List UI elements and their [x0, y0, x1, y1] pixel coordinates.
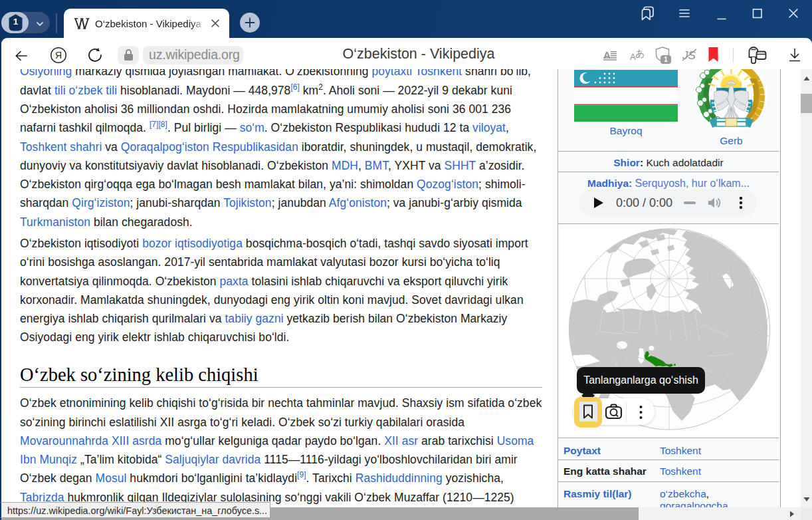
svg-text:A: A — [603, 49, 611, 61]
svg-text:あ: あ — [635, 48, 645, 59]
svg-text:Я: Я — [55, 50, 62, 61]
svg-text:1: 1 — [664, 55, 668, 63]
